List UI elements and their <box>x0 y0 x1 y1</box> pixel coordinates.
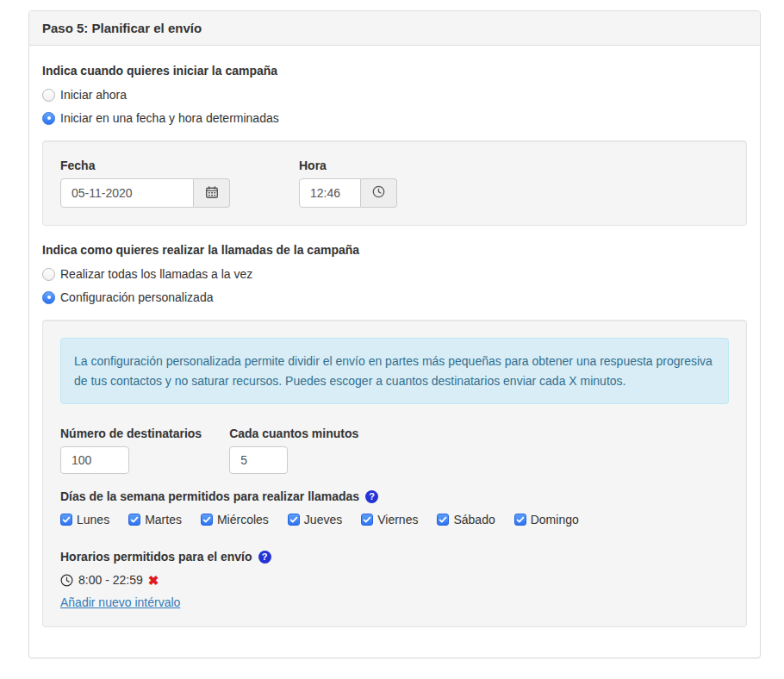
schedule-well: Fecha <box>42 140 747 226</box>
recipients-field-label: Número de destinatarios <box>60 427 202 440</box>
time-input-group <box>299 178 397 208</box>
checkbox-saturday[interactable]: Sábado <box>437 513 495 526</box>
step5-panel: Paso 5: Planificar el envío Indica cuand… <box>28 10 761 658</box>
radio-start-scheduled-label: Iniciar en una fecha y hora determinadas <box>60 111 279 125</box>
days-heading: Días de la semana permitidos para realiz… <box>60 489 359 503</box>
time-field-group: Hora <box>299 159 397 208</box>
date-input-group <box>60 178 230 208</box>
radio-start-now-label: Iniciar ahora <box>60 88 127 102</box>
time-picker-button[interactable] <box>361 178 397 208</box>
throttle-fields-row: Número de destinatarios Cada cuantos min… <box>60 427 729 474</box>
date-field-group: Fecha <box>60 159 230 208</box>
page: Paso 5: Planificar el envío Indica cuand… <box>0 0 784 658</box>
checkbox-wednesday[interactable]: Miércoles <box>201 513 269 526</box>
checkbox-checked-icon[interactable] <box>128 514 140 526</box>
checkbox-monday[interactable]: Lunes <box>60 513 109 526</box>
checkbox-checked-icon[interactable] <box>437 514 449 526</box>
remove-interval-icon[interactable]: ✖ <box>148 574 159 587</box>
clock-icon <box>60 574 73 587</box>
panel-header: Paso 5: Planificar el envío <box>29 11 760 46</box>
radio-custom-config-label: Configuración personalizada <box>60 290 213 304</box>
radio-unchecked-icon[interactable] <box>42 268 55 281</box>
panel-title: Paso 5: Planificar el envío <box>42 21 202 35</box>
date-input[interactable] <box>60 178 194 208</box>
time-input[interactable] <box>299 178 361 208</box>
checkbox-friday[interactable]: Viernes <box>361 513 418 526</box>
checkbox-checked-icon[interactable] <box>514 514 526 526</box>
checkbox-sunday-label: Domingo <box>531 513 579 526</box>
radio-start-scheduled[interactable]: Iniciar en una fecha y hora determinadas <box>42 111 747 125</box>
checkbox-tuesday[interactable]: Martes <box>128 513 182 526</box>
add-interval-link[interactable]: Añadir nuevo intérvalo <box>60 595 180 609</box>
datetime-fields-row: Fecha <box>60 159 729 208</box>
time-field-label: Hora <box>299 159 397 172</box>
radio-start-now[interactable]: Iniciar ahora <box>42 88 747 102</box>
start-section-heading: Indica cuando quieres iniciar la campaña <box>42 64 747 78</box>
recipients-input[interactable] <box>60 446 129 474</box>
checkbox-monday-label: Lunes <box>77 513 109 526</box>
checkbox-wednesday-label: Miércoles <box>217 513 269 526</box>
date-picker-button[interactable] <box>194 178 230 208</box>
checkbox-thursday-label: Jueves <box>304 513 342 526</box>
question-circle-icon[interactable]: ? <box>365 490 378 503</box>
checkbox-checked-icon[interactable] <box>201 514 213 526</box>
interval-row: 8:00 - 22:59 ✖ <box>60 573 729 587</box>
radio-all-at-once[interactable]: Realizar todas los llamadas a la vez <box>42 267 747 281</box>
checkbox-tuesday-label: Martes <box>145 513 182 526</box>
clock-icon <box>372 185 385 201</box>
recipients-field-group: Número de destinatarios <box>60 427 202 474</box>
checkbox-checked-icon[interactable] <box>60 514 72 526</box>
custom-config-well: La configuración personalizada permite d… <box>42 320 747 627</box>
minutes-input[interactable] <box>229 446 288 474</box>
radio-all-at-once-label: Realizar todas los llamadas a la vez <box>60 267 252 281</box>
checkbox-checked-icon[interactable] <box>361 514 373 526</box>
radio-checked-icon[interactable] <box>42 112 55 125</box>
interval-range: 8:00 - 22:59 <box>78 573 143 587</box>
radio-custom-config[interactable]: Configuración personalizada <box>42 290 747 304</box>
radio-checked-icon[interactable] <box>42 291 55 304</box>
mode-section-heading: Indica como quieres realizar la llamadas… <box>42 243 747 257</box>
checkbox-friday-label: Viernes <box>377 513 418 526</box>
hours-heading-row: Horarios permitidos para el envío ? <box>60 550 729 564</box>
minutes-field-label: Cada cuantos minutos <box>229 427 358 440</box>
hours-heading: Horarios permitidos para el envío <box>60 550 252 564</box>
calendar-icon <box>206 186 218 201</box>
checkbox-thursday[interactable]: Jueves <box>288 513 342 526</box>
checkbox-saturday-label: Sábado <box>453 513 495 526</box>
question-circle-icon[interactable]: ? <box>258 551 271 564</box>
checkbox-sunday[interactable]: Domingo <box>514 513 579 526</box>
radio-unchecked-icon[interactable] <box>42 89 55 102</box>
checkbox-checked-icon[interactable] <box>288 514 300 526</box>
days-heading-row: Días de la semana permitidos para realiz… <box>60 489 729 503</box>
panel-body: Indica cuando quieres iniciar la campaña… <box>29 46 760 657</box>
info-alert: La configuración personalizada permite d… <box>60 338 729 404</box>
date-field-label: Fecha <box>60 159 230 172</box>
days-checkbox-row: Lunes Martes Miércoles Jueves <box>60 513 729 526</box>
minutes-field-group: Cada cuantos minutos <box>229 427 358 474</box>
